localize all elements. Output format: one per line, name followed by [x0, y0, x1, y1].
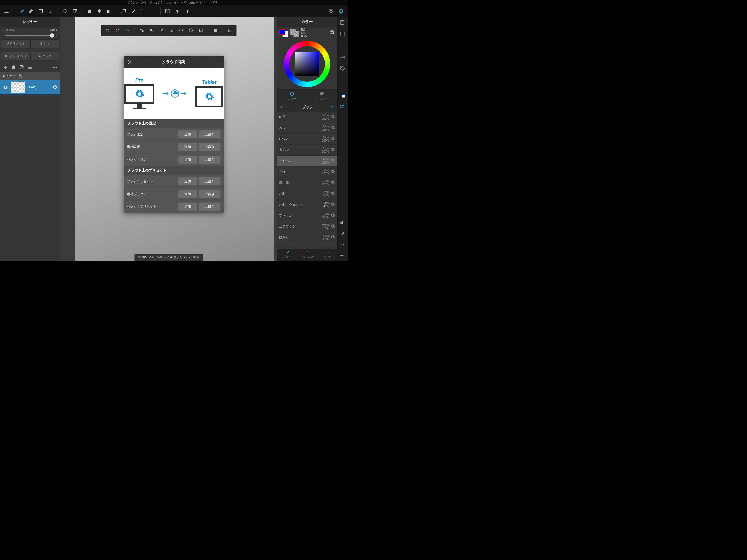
- overwrite-button[interactable]: 上書き: [199, 190, 221, 198]
- flip-button[interactable]: [177, 27, 185, 34]
- frame-tool[interactable]: [163, 7, 172, 16]
- eyedropper-button[interactable]: [157, 27, 165, 34]
- add-button[interactable]: 追加: [178, 177, 197, 185]
- brush-item[interactable]: 水彩（ウェット） 34px46%: [277, 199, 337, 210]
- secondary-color-swatch[interactable]: [290, 29, 300, 37]
- fullscreen-button[interactable]: [211, 27, 219, 34]
- layer-options-button[interactable]: [27, 65, 33, 70]
- brush-gear-icon[interactable]: [331, 158, 335, 164]
- fill-tool[interactable]: [85, 7, 94, 16]
- grid-button[interactable]: [226, 27, 233, 34]
- brush-gear-icon[interactable]: [331, 202, 335, 207]
- brush-item[interactable]: ぼかし 50px100%: [277, 232, 337, 243]
- menu-button[interactable]: [2, 7, 11, 16]
- layer-visibility-icon[interactable]: [0, 84, 11, 90]
- move-tool[interactable]: [61, 7, 70, 16]
- layer-settings-icon[interactable]: [49, 84, 60, 90]
- brush-gear-icon[interactable]: [331, 224, 335, 229]
- brush-settings-tab[interactable]: ブラシ設定: [297, 249, 317, 261]
- brush-item[interactable]: エアブラシ 256px2%: [277, 221, 337, 232]
- brush-gear-icon[interactable]: [331, 180, 335, 186]
- rail-list-icon[interactable]: [339, 103, 346, 110]
- brush-item[interactable]: 水彩 17px57%: [277, 188, 337, 199]
- layer-merge-button[interactable]: [148, 27, 155, 34]
- select-eraser-tool[interactable]: [149, 7, 157, 16]
- rotate-button[interactable]: [197, 27, 205, 34]
- lock-button[interactable]: ロック: [30, 52, 59, 61]
- brush-gear-icon[interactable]: [331, 213, 335, 219]
- opacity-increase[interactable]: +: [56, 33, 58, 38]
- clipping-button[interactable]: クリッピング: [1, 52, 30, 61]
- undo-button[interactable]: [104, 27, 111, 34]
- rail-tag-icon[interactable]: [339, 65, 346, 72]
- sort-brushes-button[interactable]: [330, 104, 334, 110]
- layers-button[interactable]: [337, 7, 345, 16]
- brush-tab[interactable]: ブラシ: [277, 249, 297, 261]
- rail-swatch-icon[interactable]: [339, 92, 346, 99]
- rail-notes-icon[interactable]: [339, 19, 346, 26]
- rail-eyedropper-icon[interactable]: [339, 230, 346, 238]
- redo-button[interactable]: [113, 27, 121, 34]
- reset-view-button[interactable]: [187, 27, 195, 34]
- shape-tool[interactable]: [36, 7, 45, 16]
- stabilizer-button[interactable]: [123, 27, 131, 34]
- 3d-button[interactable]: [327, 7, 335, 16]
- smudge-tool[interactable]: [46, 7, 55, 16]
- brush-item[interactable]: ふちペン 42px100%: [277, 156, 337, 167]
- add-brush-button[interactable]: +: [280, 104, 285, 110]
- opacity-slider[interactable]: [5, 35, 54, 36]
- rail-hand-icon[interactable]: [339, 219, 346, 226]
- brush-item[interactable]: 筆（墨） 50px100%: [277, 177, 337, 188]
- overwrite-button[interactable]: 上書き: [199, 177, 221, 185]
- duplicate-layer-button[interactable]: [19, 65, 25, 70]
- add-button[interactable]: 追加: [178, 203, 197, 210]
- add-button[interactable]: 追加: [178, 130, 197, 138]
- overwrite-button[interactable]: 上書き: [199, 203, 221, 210]
- add-button[interactable]: 追加: [178, 190, 197, 198]
- brush-gear-icon[interactable]: [331, 235, 335, 240]
- checker-button[interactable]: [138, 27, 146, 34]
- brush-gear-icon[interactable]: [331, 126, 335, 131]
- wand-tool[interactable]: [129, 7, 138, 16]
- bucket-tool[interactable]: [95, 7, 104, 16]
- rail-select-icon[interactable]: [339, 30, 346, 37]
- select-brush-tool[interactable]: [139, 7, 148, 16]
- color-settings-icon[interactable]: [330, 30, 335, 36]
- rail-ruler-icon[interactable]: [339, 53, 346, 60]
- layer-more-button[interactable]: [52, 65, 57, 70]
- blend-mode-button[interactable]: 通常: [30, 40, 59, 48]
- fit-button[interactable]: [168, 27, 175, 34]
- overwrite-button[interactable]: 上書き: [199, 156, 221, 163]
- brush-gear-icon[interactable]: [331, 136, 335, 142]
- add-button[interactable]: 追加: [178, 143, 197, 151]
- rail-undo-icon[interactable]: [339, 253, 346, 261]
- brush-gear-icon[interactable]: [331, 147, 335, 153]
- brush-gear-icon[interactable]: [331, 191, 335, 197]
- palette-tab[interactable]: パレット: [307, 90, 337, 102]
- eraser-tool[interactable]: [27, 7, 35, 16]
- preserve-alpha-button[interactable]: 透明度を保護: [1, 40, 30, 48]
- color-square[interactable]: [295, 52, 319, 76]
- brush-item[interactable]: ペン 33px100%: [277, 123, 337, 134]
- close-icon[interactable]: [127, 59, 132, 65]
- primary-color-swatch[interactable]: [279, 29, 288, 37]
- other-tab[interactable]: その他: [317, 249, 337, 261]
- transform-tool[interactable]: [71, 7, 79, 16]
- rail-redo-icon[interactable]: [339, 242, 346, 249]
- gradient-tool[interactable]: [105, 7, 113, 16]
- overwrite-button[interactable]: 上書き: [199, 143, 221, 151]
- color-wheel[interactable]: [284, 41, 330, 87]
- brush-tool[interactable]: [17, 7, 25, 16]
- delete-layer-button[interactable]: [11, 65, 17, 70]
- brush-item[interactable]: 丸ペン 15px100%: [277, 145, 337, 156]
- add-layer-button[interactable]: [3, 65, 8, 70]
- text-tool[interactable]: [183, 7, 192, 16]
- layer-item[interactable]: Layer1: [0, 80, 60, 94]
- brush-item[interactable]: 鉛筆 21px100%: [277, 112, 337, 123]
- brush-item[interactable]: 点描 50px100%: [277, 167, 337, 177]
- rail-reload-icon[interactable]: [339, 42, 346, 49]
- brush-gear-icon[interactable]: [331, 114, 335, 120]
- color-tab[interactable]: カラー: [277, 90, 307, 102]
- brush-gear-icon[interactable]: [331, 169, 335, 175]
- operation-tool[interactable]: [173, 7, 182, 16]
